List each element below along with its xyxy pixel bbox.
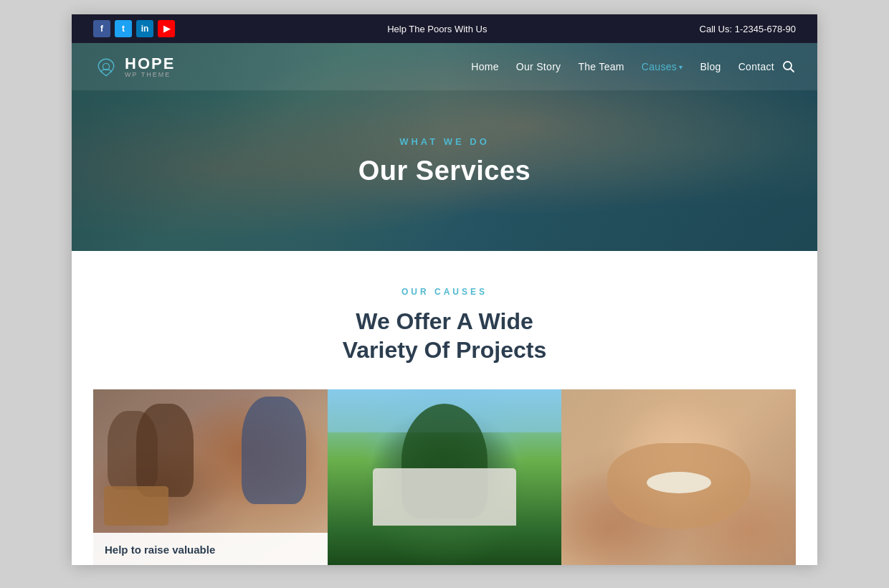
card-3[interactable] bbox=[561, 389, 796, 565]
causes-label: OUR CAUSES bbox=[93, 287, 796, 297]
cards-grid: Help to raise valuable bbox=[93, 389, 796, 565]
top-bar: f t in ▶ Help The Poors With Us Call Us:… bbox=[72, 14, 817, 43]
nav-link-causes[interactable]: Causes bbox=[642, 61, 683, 72]
card-2-building bbox=[373, 468, 516, 526]
facebook-icon[interactable]: f bbox=[93, 20, 110, 37]
card-2[interactable] bbox=[328, 389, 562, 565]
hero-content: WHAT WE DO Our Services bbox=[358, 136, 531, 186]
card-1-caption: Help to raise valuable bbox=[93, 533, 328, 566]
nav-item-home[interactable]: Home bbox=[471, 60, 499, 73]
main-content: OUR CAUSES We Offer A Wide Variety Of Pr… bbox=[72, 251, 817, 565]
card-3-rice bbox=[647, 472, 711, 493]
phone-number: Call Us: 1-2345-678-90 bbox=[700, 24, 796, 34]
card-1[interactable]: Help to raise valuable bbox=[93, 389, 328, 565]
nav-link-our-story[interactable]: Our Story bbox=[516, 61, 561, 72]
logo-title: HOPE bbox=[125, 56, 175, 72]
social-icons: f t in ▶ bbox=[93, 20, 175, 37]
causes-title-line2: Variety Of Projects bbox=[343, 337, 547, 363]
nav-link-the-team[interactable]: The Team bbox=[578, 61, 624, 72]
nav-item-our-story[interactable]: Our Story bbox=[516, 60, 561, 73]
nav-item-causes[interactable]: Causes bbox=[642, 61, 683, 72]
card-1-caption-text: Help to raise valuable bbox=[105, 543, 316, 557]
youtube-icon[interactable]: ▶ bbox=[158, 20, 175, 37]
search-svg bbox=[782, 60, 795, 73]
hero-section: HOPE WP THEME Home Our Story The Team Ca… bbox=[72, 43, 817, 251]
causes-section-header: OUR CAUSES We Offer A Wide Variety Of Pr… bbox=[93, 287, 796, 364]
causes-title-line1: We Offer A Wide bbox=[356, 308, 533, 334]
twitter-icon[interactable]: t bbox=[115, 20, 132, 37]
logo-text: HOPE WP THEME bbox=[125, 56, 175, 78]
card-1-figure-2 bbox=[136, 404, 194, 497]
tagline: Help The Poors With Us bbox=[387, 24, 487, 34]
nav-item-the-team[interactable]: The Team bbox=[578, 60, 624, 73]
nav-link-blog[interactable]: Blog bbox=[700, 61, 721, 72]
svg-line-1 bbox=[791, 69, 794, 72]
card-1-box bbox=[104, 486, 168, 526]
main-nav: HOPE WP THEME Home Our Story The Team Ca… bbox=[72, 43, 817, 90]
logo-subtitle: WP THEME bbox=[125, 72, 175, 78]
search-icon[interactable] bbox=[781, 60, 796, 74]
nav-item-contact[interactable]: Contact bbox=[738, 60, 774, 73]
nav-link-contact[interactable]: Contact bbox=[738, 61, 774, 72]
causes-title: We Offer A Wide Variety Of Projects bbox=[93, 307, 796, 364]
card-1-figure-3 bbox=[242, 397, 306, 504]
hero-subtitle: WHAT WE DO bbox=[358, 136, 531, 147]
nav-item-blog[interactable]: Blog bbox=[700, 60, 721, 73]
hero-title: Our Services bbox=[358, 156, 531, 186]
logo[interactable]: HOPE WP THEME bbox=[93, 54, 175, 80]
linkedin-icon[interactable]: in bbox=[136, 20, 153, 37]
nav-links: Home Our Story The Team Causes Blog Cont… bbox=[471, 60, 774, 73]
logo-icon bbox=[93, 54, 119, 80]
nav-link-home[interactable]: Home bbox=[471, 61, 499, 72]
